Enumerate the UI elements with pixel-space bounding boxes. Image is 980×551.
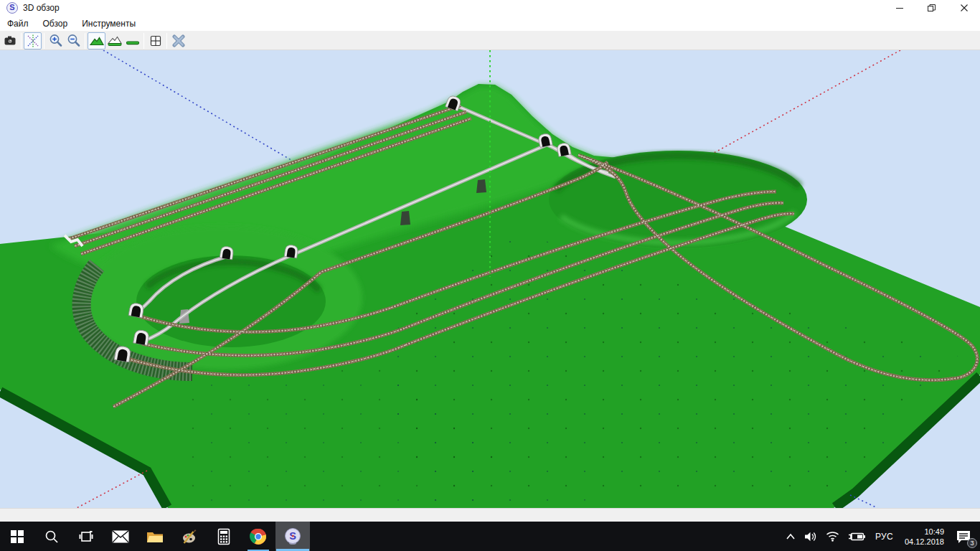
folder-icon — [146, 529, 164, 544]
terrain-flat-icon — [125, 34, 141, 48]
zoom-in-icon — [48, 33, 64, 49]
notification-badge: 3 — [967, 538, 977, 548]
close-icon — [961, 4, 968, 11]
toolbar-separator — [85, 33, 85, 49]
scarm-logo-icon: S — [283, 527, 302, 546]
window-bottom-strip — [0, 508, 980, 522]
clock[interactable]: 10:49 04.12.2018 — [899, 527, 950, 547]
terrain-solid-button[interactable] — [88, 32, 105, 50]
battery-charging-icon — [848, 532, 865, 542]
close-button[interactable] — [948, 0, 980, 16]
calculator-icon — [216, 528, 232, 545]
file-explorer-button[interactable] — [138, 522, 172, 551]
grid-view-button[interactable] — [146, 32, 164, 50]
taskbar-search-button[interactable] — [34, 522, 69, 551]
clock-time: 10:49 — [905, 527, 944, 537]
chrome-icon — [249, 527, 268, 546]
3d-viewport[interactable] — [0, 50, 980, 508]
mail-app-button[interactable] — [103, 522, 138, 551]
language-indicator[interactable]: РУС — [870, 532, 899, 542]
window-controls — [883, 0, 980, 16]
screenshot-button[interactable] — [1, 32, 19, 50]
terrain-contours-icon — [107, 34, 123, 48]
menu-view[interactable]: Обзор — [36, 17, 75, 31]
search-icon — [44, 529, 59, 544]
action-center-button[interactable]: 3 — [950, 522, 980, 551]
show-hidden-icons-button[interactable] — [781, 522, 800, 551]
chevron-up-icon — [786, 533, 796, 540]
battery-button[interactable] — [844, 522, 870, 551]
paint-palette-icon — [181, 528, 198, 545]
toolbar — [0, 32, 980, 50]
screen: S 3D обзор Файл Обзор Инструменты — [0, 0, 980, 551]
toolbar-separator — [21, 33, 22, 49]
toolbar-separator — [166, 33, 167, 49]
scarm-logo-icon: S — [6, 2, 18, 14]
show-axes-button[interactable] — [24, 32, 42, 50]
menu-file[interactable]: Файл — [0, 17, 36, 31]
zoom-in-button[interactable] — [47, 32, 65, 50]
task-view-button[interactable] — [69, 522, 103, 551]
chrome-app-button[interactable] — [241, 522, 275, 551]
mail-icon — [112, 530, 129, 543]
network-button[interactable] — [821, 522, 844, 551]
task-view-icon — [79, 529, 93, 544]
toolbar-separator — [143, 33, 144, 49]
zoom-out-icon — [66, 33, 82, 49]
system-tray: РУС 10:49 04.12.2018 3 — [781, 522, 980, 551]
3d-scene — [0, 50, 980, 508]
wifi-icon — [826, 531, 839, 542]
taskbar: S — [0, 522, 980, 551]
volume-button[interactable] — [800, 522, 821, 551]
terrain-contours-button[interactable] — [105, 32, 123, 50]
terrain-flat-button[interactable] — [123, 32, 141, 50]
calculator-app-button[interactable] — [207, 522, 241, 551]
speaker-icon — [804, 531, 817, 542]
menu-tools[interactable]: Инструменты — [75, 17, 143, 31]
axes-icon — [26, 34, 40, 48]
restore-button[interactable] — [915, 0, 948, 16]
window-title: 3D обзор — [23, 3, 60, 13]
start-button[interactable] — [0, 522, 34, 551]
windows-logo-icon — [11, 530, 24, 543]
cross-icon — [171, 34, 187, 48]
grid-icon — [149, 34, 163, 48]
minimize-icon — [896, 4, 903, 11]
menu-bar: Файл Обзор Инструменты — [0, 16, 980, 32]
paint-app-button[interactable] — [172, 522, 207, 551]
zoom-out-button[interactable] — [65, 32, 83, 50]
toolbar-separator — [44, 33, 44, 49]
title-bar: S 3D обзор — [0, 0, 980, 16]
close-3d-button[interactable] — [169, 32, 187, 50]
terrain-solid-icon — [89, 34, 105, 48]
scarm-app-button[interactable]: S — [275, 522, 310, 551]
minimize-button[interactable] — [883, 0, 915, 16]
camera-icon — [3, 34, 17, 48]
restore-icon — [928, 4, 936, 12]
clock-date: 04.12.2018 — [905, 537, 944, 547]
